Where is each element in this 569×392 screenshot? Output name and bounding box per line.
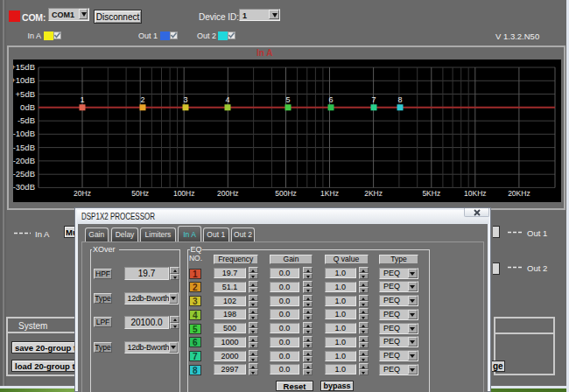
svg-text:50Hz: 50Hz	[131, 189, 149, 198]
svg-text:5KHz: 5KHz	[422, 189, 440, 198]
svg-text:10KHz: 10KHz	[464, 189, 487, 198]
svg-text:-30dB: -30dB	[13, 182, 35, 192]
svg-text:1KHz: 1KHz	[320, 189, 339, 198]
svg-text:-20dB: -20dB	[13, 156, 35, 165]
svg-text:20KHz: 20KHz	[508, 189, 530, 198]
svg-text:-10dB: -10dB	[13, 129, 35, 138]
svg-text:+5dB: +5dB	[16, 89, 35, 99]
svg-text:2: 2	[140, 95, 144, 104]
svg-text:100Hz: 100Hz	[173, 189, 195, 198]
svg-text:+10dB: +10dB	[13, 75, 35, 85]
svg-text:500Hz: 500Hz	[275, 189, 297, 198]
svg-text:6: 6	[328, 95, 333, 104]
svg-text:8: 8	[397, 95, 402, 104]
svg-text:-5dB: -5dB	[18, 116, 35, 125]
svg-text:200Hz: 200Hz	[217, 189, 239, 198]
svg-text:2KHz: 2KHz	[364, 189, 383, 198]
svg-text:7: 7	[371, 95, 376, 104]
svg-text:1: 1	[80, 95, 84, 104]
svg-text:+15dB: +15dB	[13, 62, 35, 72]
svg-text:20Hz: 20Hz	[74, 189, 91, 198]
svg-text:-15dB: -15dB	[13, 143, 35, 152]
svg-text:5: 5	[285, 95, 290, 104]
svg-text:0dB: 0dB	[20, 102, 35, 112]
svg-text:3: 3	[183, 95, 187, 104]
svg-text:-25dB: -25dB	[13, 169, 35, 178]
svg-text:4: 4	[225, 95, 229, 104]
